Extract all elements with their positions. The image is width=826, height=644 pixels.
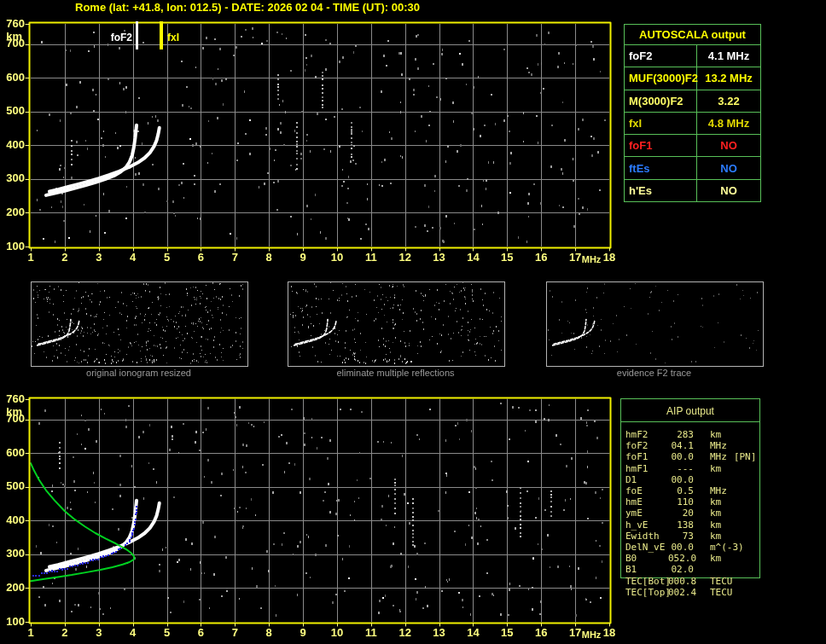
aip-value: 00.0 — [668, 474, 694, 485]
autoscala-row-hes: h'EsNO — [625, 179, 760, 201]
aip-header-divider — [621, 421, 759, 422]
aip-param: B0 — [625, 553, 668, 564]
aip-param: hmF1 — [625, 463, 668, 474]
aip-param: hmE — [625, 496, 668, 508]
aip-row-delnve: DelN_vE00.0m^(-3) — [625, 542, 760, 553]
aip-row-fof1: foF100.0MHz[PN] — [625, 451, 760, 462]
aip-unit: km — [710, 519, 721, 531]
aip-unit: m^(-3) — [710, 542, 744, 553]
aip-param: B1 — [625, 564, 668, 575]
aip-value: 00.0 — [668, 451, 694, 462]
aip-value: 73 — [668, 531, 694, 542]
thumbnail-original-ionogram — [31, 281, 248, 367]
thumbnail-caption-1: original ionogram resized — [31, 368, 247, 378]
aip-row-ewidth: Ewidth73km — [625, 531, 760, 542]
aip-table-title: AIP output — [620, 405, 760, 417]
autoscala-row-fof1: foF1NO — [625, 134, 760, 156]
thumbnail-caption-2: eliminate multiple reflections — [288, 368, 503, 378]
autoscala-param-value: NO — [697, 157, 760, 178]
aip-value: 283 — [668, 429, 694, 440]
autoscala-row-muf3000f2: MUF(3000)F213.2 MHz — [625, 67, 760, 89]
station-date-title: Rome (lat: +41.8, lon: 012.5) - DATE: 20… — [75, 1, 420, 14]
aip-value: 000.8 — [668, 576, 694, 587]
aip-param: foF2 — [625, 440, 668, 451]
aip-value: 002.4 — [668, 587, 694, 598]
autoscala-param-label: foF2 — [625, 45, 697, 67]
aip-row-tecbot: TEC[Bot]000.8TECU — [625, 576, 760, 587]
thumbnail-caption-3: evidence F2 trace — [546, 368, 762, 378]
aip-param: DelN_vE — [625, 542, 668, 553]
autoscala-row-fxi: fxI4.8 MHz — [625, 112, 760, 134]
aip-param: ymE — [625, 508, 668, 519]
autoscala-param-label: ftEs — [625, 157, 697, 178]
autoscala-param-value: 4.1 MHz — [697, 45, 760, 67]
aip-row-fof2: foF204.1MHz — [625, 440, 760, 451]
autoscala-param-value: 13.2 MHz — [697, 67, 760, 89]
aip-param: TEC[Bot] — [625, 576, 668, 587]
aip-param: hmF2 — [625, 429, 668, 440]
aip-row-d1: D100.0 — [625, 474, 760, 485]
aip-value: 110 — [668, 496, 694, 508]
autoscala-param-label: h'Es — [625, 180, 697, 201]
autoscala-ionogram-screen: Rome (lat: +41.8, lon: 012.5) - DATE: 20… — [0, 0, 826, 644]
aip-unit: MHz — [710, 485, 727, 496]
aip-unit: TECU — [710, 576, 733, 587]
aip-value: --- — [668, 463, 694, 474]
aip-rows: hmF2283kmfoF204.1MHzfoF100.0MHz[PN]hmF1-… — [625, 429, 760, 598]
aip-value: 052.0 — [668, 553, 694, 564]
autoscala-param-value: NO — [697, 180, 760, 201]
aip-param: foF1 — [625, 451, 668, 462]
aip-value: 20 — [668, 508, 694, 519]
thumbnail-multiple-reflections — [288, 281, 505, 367]
aip-note: [PN] — [734, 451, 757, 462]
autoscala-row-fof2: foF24.1 MHz — [625, 44, 760, 67]
autoscala-output-table: AUTOSCALA output foF24.1 MHzMUF(3000)F21… — [624, 24, 761, 202]
aip-param: TEC[Top] — [625, 587, 668, 598]
aip-value: 00.0 — [668, 542, 694, 553]
autoscala-table-title: AUTOSCALA output — [625, 25, 760, 44]
aip-param: Ewidth — [625, 531, 668, 542]
aip-value: 04.1 — [668, 440, 694, 451]
aip-row-hme: hmE110km — [625, 496, 760, 508]
autoscala-row-m3000f2: M(3000)F23.22 — [625, 90, 760, 112]
autoscala-param-value: 3.22 — [697, 90, 760, 112]
aip-row-hmf2: hmF2283km — [625, 429, 760, 440]
aip-unit: km — [710, 496, 721, 508]
aip-unit: km — [710, 531, 721, 542]
aip-unit: km — [710, 508, 721, 519]
aip-unit: km — [710, 429, 721, 440]
aip-row-yme: ymE20km — [625, 508, 760, 519]
aip-value: 02.0 — [668, 564, 694, 575]
aip-value: 138 — [668, 519, 694, 531]
aip-unit: km — [710, 553, 721, 564]
autoscala-param-label: MUF(3000)F2 — [625, 67, 697, 89]
autoscala-param-value: 4.8 MHz — [697, 113, 760, 134]
aip-param: foE — [625, 485, 668, 496]
aip-row-tectop: TEC[Top]002.4TECU — [625, 587, 760, 598]
aip-value: 0.5 — [668, 485, 694, 496]
autoscala-param-value: NO — [697, 135, 760, 156]
aip-unit: TECU — [710, 587, 733, 598]
aip-row-b0: B0052.0km — [625, 553, 760, 564]
aip-unit: MHz — [710, 440, 727, 451]
aip-row-foe: foE0.5MHz — [625, 485, 760, 496]
aip-param: h_vE — [625, 519, 668, 531]
aip-unit: km — [710, 463, 721, 474]
aip-row-hve: h_vE138km — [625, 519, 760, 531]
aip-row-hmf1: hmF1---km — [625, 463, 760, 474]
aip-param: D1 — [625, 474, 668, 485]
autoscala-param-label: fxI — [625, 113, 697, 134]
aip-unit: MHz — [710, 451, 727, 462]
aip-row-b1: B102.0 — [625, 564, 760, 575]
autoscala-param-label: M(3000)F2 — [625, 90, 697, 112]
autoscala-row-ftes: ftEsNO — [625, 156, 760, 178]
thumbnail-evidence-f2-trace — [546, 281, 764, 367]
autoscala-param-label: foF1 — [625, 135, 697, 156]
